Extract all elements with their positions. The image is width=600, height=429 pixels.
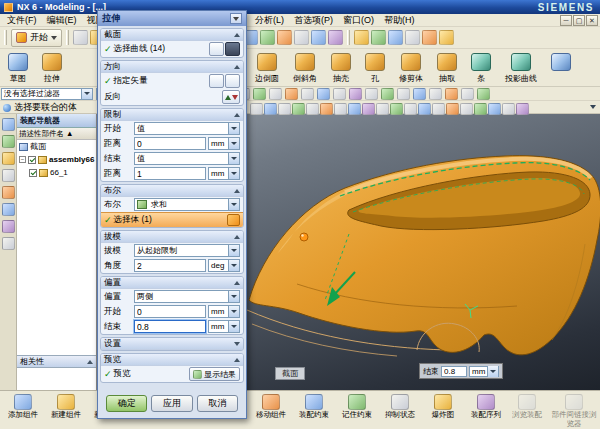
group-direction-header[interactable]: 方向 [101, 61, 243, 73]
view-tool-icon[interactable] [432, 103, 445, 115]
menu-file[interactable]: 文件(F) [2, 14, 42, 27]
interpart-link-browser-button[interactable]: 部件间链接浏览器 [549, 393, 599, 429]
toolbar-icon[interactable] [388, 30, 403, 45]
snap-point-icon[interactable] [333, 88, 346, 100]
dialog-title-bar[interactable]: 拉伸 [98, 11, 246, 26]
view-tool-icon[interactable] [404, 103, 417, 115]
exploded-views-button[interactable]: 爆炸图 [422, 393, 464, 421]
tree-expander-icon[interactable]: − [19, 156, 26, 163]
toolbar-icon[interactable] [371, 30, 386, 45]
view-tool-icon[interactable] [516, 103, 529, 115]
snap-point-icon[interactable] [301, 88, 314, 100]
dropdown-arrow-icon[interactable] [228, 321, 239, 332]
snap-point-icon[interactable] [461, 88, 474, 100]
offset-combo[interactable]: 两侧 [134, 290, 240, 303]
suppression-state-button[interactable]: 抑制状态 [379, 393, 421, 421]
feature-extract[interactable]: 抽取 [431, 50, 463, 87]
new-part-icon[interactable] [73, 30, 88, 45]
toolbar-grip[interactable] [347, 30, 350, 45]
start-option-combo[interactable]: 值 [134, 122, 240, 135]
toolbar-grip[interactable] [66, 30, 69, 45]
tree-row-sections[interactable]: 截面 [17, 140, 96, 153]
component-checkbox[interactable] [28, 156, 36, 164]
view-tool-icon[interactable] [362, 103, 375, 115]
select-body-row[interactable]: ✓ 选择体 (1) [101, 212, 243, 227]
onscreen-unit-combo[interactable]: mm [469, 366, 499, 377]
offset-start-input[interactable] [134, 305, 206, 318]
boolean-combo[interactable]: 求和 [134, 198, 240, 211]
feature-edge-blend[interactable]: 边倒圆 [249, 50, 285, 87]
snap-point-icon[interactable] [445, 88, 458, 100]
snap-point-icon[interactable] [269, 88, 282, 100]
offset-start-unit-combo[interactable]: mm [208, 305, 240, 318]
add-component-button[interactable]: 添加组件 [2, 393, 44, 421]
toolbar-icon[interactable] [354, 30, 369, 45]
view-tool-icon[interactable] [390, 103, 403, 115]
dropdown-arrow-icon[interactable] [487, 366, 498, 377]
view-tool-icon[interactable] [334, 103, 347, 115]
offset-end-unit-combo[interactable]: mm [208, 320, 240, 333]
browse-assembly-button[interactable]: 浏览装配 [506, 393, 548, 421]
group-preview-header[interactable]: 预览 [101, 354, 243, 366]
view-tool-icon[interactable] [488, 103, 501, 115]
hd3d-tools-tab-icon[interactable] [2, 186, 15, 199]
feature-trim-body[interactable]: 修剪体 [393, 50, 429, 87]
specify-vector-row[interactable]: ✓ 指定矢量 [101, 73, 243, 89]
expand-chevron-icon[interactable] [234, 342, 240, 346]
snap-point-icon[interactable] [365, 88, 378, 100]
assembly-sequence-button[interactable]: 装配序列 [465, 393, 507, 421]
assembly-navigator-tab-icon[interactable] [2, 118, 15, 131]
view-tool-icon[interactable] [446, 103, 459, 115]
component-checkbox[interactable] [29, 169, 37, 177]
dependencies-section-bar[interactable]: 相关性 [17, 355, 96, 368]
draft-combo[interactable]: 从起始限制 [134, 244, 240, 257]
toolbar-icon[interactable] [311, 30, 326, 45]
view-tool-icon[interactable] [306, 103, 319, 115]
menu-help[interactable]: 帮助(H) [379, 14, 420, 27]
new-component-button[interactable]: 新建组件 [45, 393, 87, 421]
roles-tab-icon[interactable] [2, 237, 15, 250]
view-tool-icon[interactable] [474, 103, 487, 115]
feature-project-curve[interactable]: 投影曲线 [499, 50, 543, 87]
group-section-header[interactable]: 截面 [101, 29, 243, 41]
group-draft-header[interactable]: 拔模 [101, 231, 243, 243]
view-tool-icon[interactable] [502, 103, 515, 115]
toolbar-icon[interactable] [294, 30, 309, 45]
snap-point-icon[interactable] [429, 88, 442, 100]
snap-point-icon[interactable] [381, 88, 394, 100]
group-offset-header[interactable]: 偏置 [101, 277, 243, 289]
group-settings-header[interactable]: 设置 [101, 338, 243, 350]
close-icon[interactable]: ✕ [586, 15, 598, 26]
feature-chamfer[interactable]: 倒斜角 [287, 50, 323, 87]
feature-strip[interactable]: 条 [465, 50, 497, 87]
move-component-button[interactable]: 移动组件 [250, 393, 292, 421]
navigator-column-header[interactable]: 描述性部件名 ▲ [17, 128, 96, 140]
collapse-chevron-icon[interactable] [234, 189, 240, 193]
feature-shell[interactable]: 抽壳 [325, 50, 357, 87]
toolbar-grip[interactable] [4, 30, 7, 45]
view-tool-icon[interactable] [250, 103, 263, 115]
preview-checkbox-icon[interactable]: ✓ [104, 369, 112, 379]
ok-button[interactable]: 确定 [106, 395, 147, 412]
toolbar-icon[interactable] [260, 30, 275, 45]
start-distance-unit-combo[interactable]: mm [208, 137, 240, 150]
remember-constraints-button[interactable]: 记住约束 [336, 393, 378, 421]
tree-row-assembly[interactable]: − assembly66 [17, 153, 96, 166]
snap-point-icon[interactable] [317, 88, 330, 100]
snap-point-icon[interactable] [253, 88, 266, 100]
collapse-chevron-icon[interactable] [234, 235, 240, 239]
maximize-icon[interactable]: ▢ [573, 15, 585, 26]
navigator-title[interactable]: 装配导航器 [17, 114, 96, 128]
feature-extrude[interactable]: 拉伸 [36, 50, 68, 87]
collapse-chevron-icon[interactable] [234, 358, 240, 362]
title-bar[interactable]: NX 6 - Modeling - [...] SIEMENS [0, 0, 600, 14]
menu-analysis[interactable]: 分析(L) [250, 14, 289, 27]
start-menu-button[interactable]: 开始 [11, 29, 62, 47]
assembly-constraints-button[interactable]: 装配约束 [293, 393, 335, 421]
dropdown-arrow-icon[interactable] [81, 89, 92, 99]
view-tool-icon[interactable] [348, 103, 361, 115]
feature-extra[interactable] [545, 50, 577, 74]
toolbar-icon[interactable] [422, 30, 437, 45]
dropdown-arrow-icon[interactable] [228, 245, 239, 256]
dropdown-arrow-icon[interactable] [228, 199, 239, 210]
